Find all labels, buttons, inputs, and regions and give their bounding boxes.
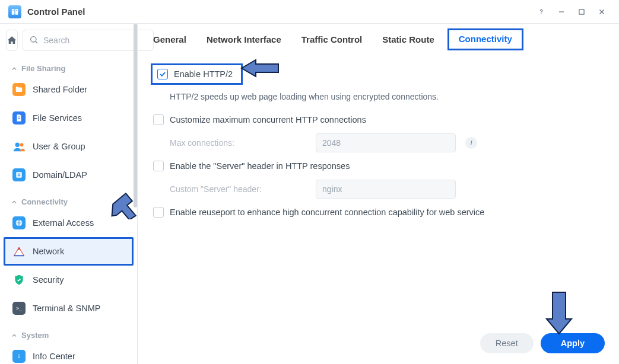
app-title: Control Panel: [27, 7, 531, 17]
footer: Reset Apply: [480, 333, 605, 353]
section-header-file-sharing[interactable]: File Sharing: [0, 59, 137, 75]
svg-point-14: [20, 143, 24, 146]
svg-point-19: [18, 248, 20, 250]
sidebar-item-label: Security: [33, 275, 64, 285]
home-button[interactable]: [6, 30, 18, 51]
sidebar-item-label: User & Group: [33, 142, 85, 151]
sidebar-item-label: Info Center: [33, 352, 75, 361]
sidebar-item-info-center[interactable]: Info Center: [0, 342, 137, 364]
tab-traffic-control[interactable]: Traffic Control: [300, 32, 364, 47]
customize-max-checkbox[interactable]: [153, 114, 164, 125]
sidebar-item-terminal-snmp[interactable]: >_ Terminal & SNMP: [0, 294, 137, 323]
titlebar: Control Panel: [0, 0, 619, 24]
svg-rect-22: [18, 356, 19, 358]
http2-description: HTTP/2 speeds up web page loading when u…: [153, 90, 604, 110]
external-access-icon: [12, 216, 26, 229]
folder-icon: [12, 83, 26, 96]
search-input[interactable]: [43, 36, 147, 45]
minimize-button[interactable]: [551, 3, 572, 21]
search-icon: [29, 35, 39, 46]
svg-point-23: [18, 354, 20, 355]
tab-network-interface[interactable]: Network Interface: [205, 32, 282, 47]
svg-rect-11: [18, 117, 20, 117]
sidebar-item-shared-folder[interactable]: Shared Folder: [0, 75, 137, 104]
section-label: Connectivity: [21, 197, 68, 206]
app-icon: [8, 5, 21, 18]
svg-rect-16: [18, 174, 21, 175]
customize-max-label: Customize maximum concurrent HTTP connec…: [170, 115, 366, 124]
domain-icon: [12, 168, 26, 181]
sidebar-scrollbar[interactable]: [134, 24, 137, 207]
sidebar-item-label: Domain/LDAP: [33, 170, 87, 180]
max-conn-info-icon[interactable]: i: [465, 137, 477, 149]
svg-rect-12: [18, 118, 20, 119]
network-icon: [12, 245, 26, 258]
maximize-button[interactable]: [572, 3, 592, 21]
apply-button[interactable]: Apply: [541, 333, 605, 353]
sidebar-item-user-group[interactable]: User & Group: [0, 132, 137, 161]
reset-button[interactable]: Reset: [480, 333, 534, 353]
section-header-system[interactable]: System: [0, 326, 137, 342]
chevron-up-icon: [11, 199, 18, 206]
chevron-up-icon: [11, 332, 18, 339]
svg-line-10: [36, 41, 37, 43]
server-header-checkbox[interactable]: [153, 161, 164, 171]
sidebar-item-label: External Access: [33, 218, 94, 228]
max-conn-label: Max connections:: [170, 138, 306, 148]
users-icon: [12, 140, 26, 153]
sidebar-item-label: Shared Folder: [33, 85, 87, 94]
svg-point-9: [31, 36, 36, 41]
sidebar-item-security[interactable]: Security: [0, 266, 137, 294]
max-conn-input: [316, 133, 456, 152]
section-label: System: [21, 331, 49, 340]
tab-general[interactable]: General: [152, 32, 188, 47]
main: General Network Interface Traffic Contro…: [138, 24, 619, 364]
enable-http2-checkbox[interactable]: [157, 69, 168, 79]
enable-http2-row: Enable HTTP/2: [151, 63, 243, 85]
terminal-icon: >_: [12, 302, 26, 315]
reuseport-checkbox[interactable]: [153, 207, 164, 218]
svg-point-2: [12, 9, 14, 11]
tabs: General Network Interface Traffic Contro…: [138, 24, 619, 53]
svg-rect-15: [16, 172, 21, 177]
svg-point-3: [16, 9, 17, 11]
svg-point-13: [15, 143, 20, 147]
chevron-up-icon: [11, 65, 18, 72]
server-header-label: Enable the "Server" header in HTTP respo…: [170, 161, 350, 171]
info-icon: [12, 350, 26, 363]
svg-text:>_: >_: [16, 305, 22, 311]
help-button[interactable]: [531, 3, 551, 21]
svg-rect-17: [18, 175, 21, 177]
content: Enable HTTP/2 HTTP/2 speeds up web page …: [138, 53, 619, 364]
svg-rect-6: [579, 9, 584, 14]
enable-http2-label: Enable HTTP/2: [174, 69, 233, 79]
svg-point-4: [541, 13, 541, 14]
custom-server-label: Custom "Server" header:: [170, 184, 306, 194]
svg-rect-1: [15, 9, 18, 14]
section-label: File Sharing: [21, 64, 65, 73]
sidebar-item-label: Terminal & SNMP: [33, 304, 100, 313]
custom-server-input: [316, 180, 456, 199]
tab-static-route[interactable]: Static Route: [381, 32, 436, 47]
sidebar-item-label: Network: [33, 247, 64, 256]
sidebar-item-external-access[interactable]: External Access: [0, 209, 137, 237]
file-services-icon: [12, 111, 26, 124]
reuseport-label: Enable reuseport to enhance high concurr…: [170, 207, 484, 217]
shield-icon: [12, 273, 26, 286]
close-button[interactable]: [592, 3, 612, 21]
sidebar-item-domain-ldap[interactable]: Domain/LDAP: [0, 161, 137, 189]
sidebar-item-file-services[interactable]: File Services: [0, 104, 137, 132]
sidebar: File Sharing Shared Folder File Services…: [0, 24, 138, 364]
section-header-connectivity[interactable]: Connectivity: [0, 193, 137, 209]
tab-connectivity[interactable]: Connectivity: [447, 28, 523, 50]
sidebar-item-network[interactable]: Network: [4, 237, 134, 266]
sidebar-item-label: File Services: [33, 113, 82, 123]
svg-rect-0: [12, 9, 15, 14]
